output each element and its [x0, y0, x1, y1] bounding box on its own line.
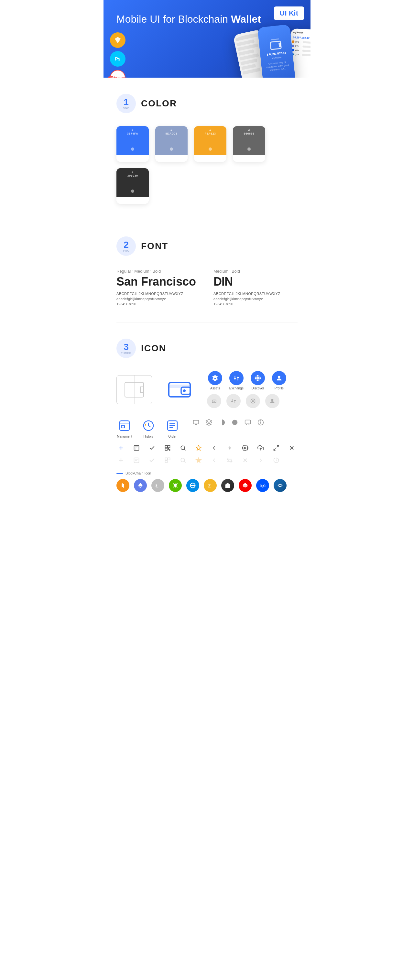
svg-marker-44	[196, 445, 202, 450]
ps-badge: Ps	[110, 51, 126, 67]
mangment-icon	[117, 418, 132, 433]
ark-icon	[239, 479, 252, 492]
svg-line-48	[277, 446, 279, 448]
svg-rect-40	[168, 449, 169, 450]
screens-badge: 60+ Screens	[110, 70, 126, 78]
svg-marker-82	[225, 483, 230, 488]
wallet-wireframe	[116, 375, 152, 404]
svg-point-16	[252, 401, 254, 402]
blockchain-line	[116, 473, 123, 474]
history-icon	[141, 418, 156, 433]
mangment-label: Mangment	[117, 435, 132, 438]
icon-top-row: Assets Exchange	[116, 371, 298, 408]
color-card-orange: #F5A623	[194, 126, 226, 162]
svg-line-49	[274, 449, 276, 450]
list-gray-icon	[132, 456, 141, 465]
check-gray-icon	[148, 456, 156, 465]
iota-icon	[221, 479, 234, 492]
hero-section: Mobile UI for Blockchain Wallet UI Kit P…	[104, 0, 310, 78]
din-numbers: 1234567890	[213, 302, 298, 306]
color-card-slate: #8DA0C8	[155, 126, 188, 162]
svg-rect-58	[168, 458, 170, 460]
history-icon-item: History	[140, 418, 156, 438]
font-sf: Regular ' Medium ' Bold San Francisco AB…	[116, 269, 201, 306]
svg-point-5	[215, 378, 216, 379]
font-grid: Regular ' Medium ' Bold San Francisco AB…	[116, 269, 298, 306]
sf-numbers: 1234567890	[116, 302, 201, 306]
search-gray-icon	[178, 456, 188, 465]
svg-point-46	[245, 447, 246, 449]
wallet-colored-icon	[162, 375, 197, 404]
svg-point-11	[260, 378, 261, 379]
forward-icon	[256, 456, 265, 465]
svg-point-3	[183, 390, 186, 392]
tool-icons-row-1	[116, 444, 298, 452]
order-label: Order	[168, 435, 177, 438]
svg-rect-59	[165, 461, 167, 463]
blockchain-label-row: BlockChain Icon	[116, 471, 298, 475]
color-section-title: COLOR	[141, 98, 177, 109]
info-icon	[256, 418, 265, 427]
svg-rect-41	[169, 450, 170, 450]
svg-rect-20	[121, 425, 124, 428]
sf-name: San Francisco	[116, 275, 201, 288]
half-circle-icon	[217, 418, 226, 427]
check-icon	[148, 444, 156, 452]
hero-badges: Ps 60+ Screens	[110, 32, 126, 78]
assets-icon	[208, 371, 222, 385]
back-icon	[210, 444, 219, 452]
arrows-icon	[225, 456, 234, 465]
svg-point-9	[258, 380, 258, 381]
ps-label: Ps	[115, 56, 120, 62]
color-card-dark: #303030	[116, 168, 149, 204]
uikit-badge: UI Kit	[274, 6, 304, 20]
profile-icon-item: Profile	[271, 371, 287, 390]
exchange-label: Exchange	[229, 387, 244, 390]
svg-rect-37	[165, 446, 167, 448]
upload-icon	[256, 444, 265, 452]
font-section: 2 TWO FONT Regular ' Medium ' Bold San F…	[104, 220, 310, 322]
history-label: History	[143, 435, 153, 438]
assets-label: Assets	[210, 387, 220, 390]
svg-point-10	[255, 378, 256, 379]
share-icon	[225, 444, 234, 452]
circle-icon	[230, 418, 239, 427]
wallet-inner-wireframe	[124, 382, 144, 398]
bottom-icons-section: Mangment History	[116, 418, 298, 465]
din-uppercase: ABCDEFGHIJKLMNOPQRSTUVWXYZ	[213, 292, 298, 296]
btc-icon	[116, 479, 129, 492]
svg-rect-19	[119, 423, 129, 424]
svg-point-7	[256, 377, 259, 379]
assets-icon-gray	[207, 394, 221, 408]
tool-icons-row-2	[116, 456, 298, 465]
sketch-badge	[110, 32, 126, 48]
qr-gray-icon	[163, 456, 172, 465]
svg-marker-73	[138, 483, 143, 487]
list-edit-icon	[132, 444, 141, 452]
qr-icon	[163, 444, 172, 452]
svg-point-69	[276, 459, 277, 459]
svg-marker-62	[196, 458, 202, 463]
svg-rect-27	[245, 420, 251, 424]
svg-point-60	[181, 458, 185, 462]
phones-mockup: $ 6,297,502.12 myWallet Character may be…	[184, 19, 310, 78]
close-icon	[287, 444, 296, 452]
search-icon	[178, 444, 188, 452]
svg-rect-57	[165, 458, 167, 460]
icon-section-title: ICON	[141, 343, 166, 353]
star-gray-icon	[194, 456, 203, 465]
discover-label: Discover	[252, 387, 264, 390]
profile-label: Profile	[275, 387, 283, 390]
plus-icon	[116, 444, 126, 452]
svg-point-14	[213, 401, 215, 402]
svg-point-17	[271, 399, 274, 401]
settings-icon	[240, 444, 250, 452]
svg-rect-39	[165, 448, 167, 450]
color-section: 1 ONE COLOR #3574FA #8DA0C8 #F5A623	[104, 78, 310, 220]
x-gray-icon	[240, 456, 250, 465]
exchange-icon-item: Exchange	[228, 371, 245, 390]
discover-icon-gray	[246, 394, 260, 408]
color-card-gray: #666666	[233, 126, 265, 162]
din-name: DIN	[213, 275, 298, 288]
svg-text:Ł: Ł	[156, 483, 158, 488]
